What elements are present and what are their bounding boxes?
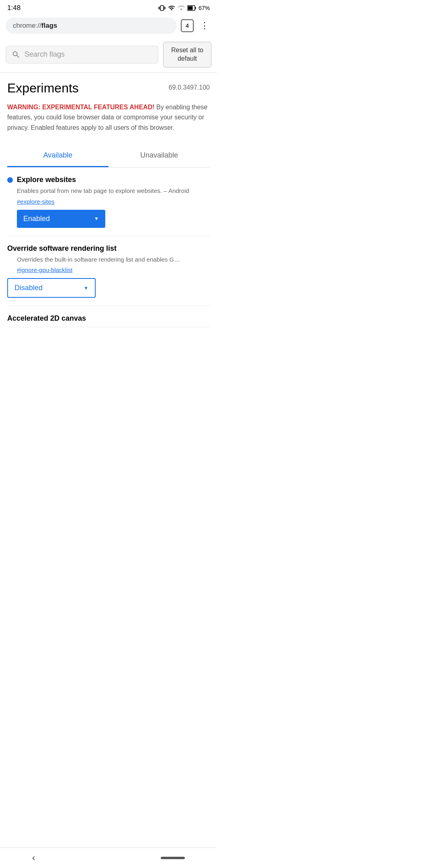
flag-item-accelerated-canvas: Accelerated 2D canvas xyxy=(7,306,210,327)
main-content: Experiments 69.0.3497.100 WARNING: EXPER… xyxy=(0,73,217,328)
address-bar[interactable]: chrome://flags xyxy=(6,18,177,34)
tabs-row: Available Unavailable xyxy=(7,145,210,168)
wifi-icon xyxy=(168,4,175,12)
tab-unavailable[interactable]: Unavailable xyxy=(108,145,210,167)
flag-header-explore: Explore websites xyxy=(7,176,210,184)
dropdown-arrow-disabled-icon: ▼ xyxy=(84,285,88,291)
page-title: Experiments xyxy=(7,81,79,96)
flag-dropdown-label-explore: Enabled xyxy=(23,215,50,223)
reset-all-button[interactable]: Reset all todefault xyxy=(163,42,211,68)
url-bold: flags xyxy=(41,22,57,30)
warning-box: WARNING: EXPERIMENTAL FEATURES AHEAD! By… xyxy=(7,102,210,133)
battery-percentage: 67% xyxy=(199,5,210,11)
status-bar: 1:48 67% xyxy=(0,0,217,14)
version-number: 69.0.3497.100 xyxy=(169,84,210,91)
svg-rect-1 xyxy=(195,7,196,9)
flag-title-canvas: Accelerated 2D canvas xyxy=(7,314,86,322)
flag-active-dot xyxy=(7,177,13,183)
search-icon xyxy=(12,50,20,59)
search-placeholder: Search flags xyxy=(25,50,65,59)
address-bar-row: chrome://flags 4 ⋮ xyxy=(0,14,217,37)
search-bar-row: Search flags Reset all todefault xyxy=(0,37,217,73)
flag-dropdown-label-override: Disabled xyxy=(14,284,43,292)
tab-count-button[interactable]: 4 xyxy=(181,19,194,32)
flag-header-override: Override software rendering list xyxy=(7,244,210,253)
tab-available[interactable]: Available xyxy=(7,145,108,167)
flag-dropdown-explore[interactable]: Enabled ▼ xyxy=(17,210,105,228)
flag-anchor-override[interactable]: #ignore-gpu-blacklist xyxy=(7,266,210,273)
experiments-header: Experiments 69.0.3497.100 xyxy=(7,81,210,96)
signal-icon xyxy=(178,4,185,12)
flag-description-override: Overrides the built-in software renderin… xyxy=(7,255,210,264)
search-flags-input[interactable]: Search flags xyxy=(6,46,158,63)
vibrate-icon xyxy=(158,4,166,12)
url-prefix: chrome:// xyxy=(13,22,41,30)
dropdown-arrow-icon: ▼ xyxy=(94,216,99,221)
flag-anchor-explore[interactable]: #explore-sites xyxy=(7,198,210,205)
flag-title-explore: Explore websites xyxy=(17,176,76,184)
flag-title-override: Override software rendering list xyxy=(7,244,117,253)
flag-item-override-rendering: Override software rendering list Overrid… xyxy=(7,236,210,307)
flag-dropdown-override[interactable]: Disabled ▼ xyxy=(7,278,96,298)
svg-rect-2 xyxy=(188,6,192,10)
flag-description-explore: Enables portal from new tab page to expl… xyxy=(7,186,210,196)
more-options-button[interactable]: ⋮ xyxy=(198,19,211,33)
flag-item-explore-websites: Explore websites Enables portal from new… xyxy=(7,168,210,236)
status-icons: 67% xyxy=(158,4,210,12)
status-time: 1:48 xyxy=(7,4,20,12)
battery-icon xyxy=(187,5,196,11)
warning-red-text: WARNING: EXPERIMENTAL FEATURES AHEAD! xyxy=(7,104,155,111)
